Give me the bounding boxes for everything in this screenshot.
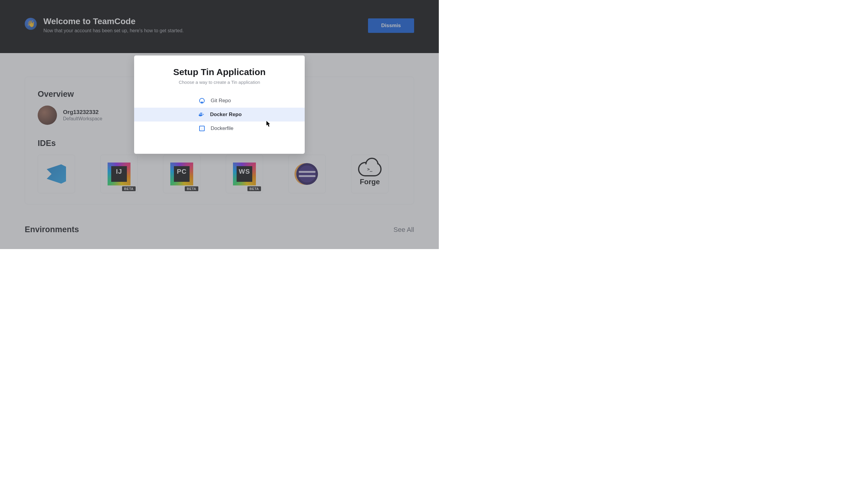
modal-title: Setup Tin Application: [134, 67, 305, 77]
github-icon: [199, 98, 205, 104]
option-docker-repo[interactable]: Docker Repo: [134, 108, 305, 122]
modal-subtitle: Choose a way to create a Tin application: [134, 80, 305, 85]
svg-rect-2: [201, 114, 202, 114]
modal-overlay[interactable]: Setup Tin Application Choose a way to cr…: [0, 0, 439, 249]
svg-rect-0: [199, 114, 200, 114]
modal-options: Git Repo Docker Repo ↓ Dockerfile: [134, 94, 305, 135]
option-label: Docker Repo: [210, 111, 242, 117]
dockerfile-icon: ↓: [199, 125, 205, 132]
svg-rect-3: [200, 113, 201, 114]
setup-tin-modal: Setup Tin Application Choose a way to cr…: [134, 56, 305, 154]
docker-icon: [199, 111, 205, 118]
option-git-repo[interactable]: Git Repo: [134, 94, 305, 108]
svg-rect-4: [201, 113, 202, 114]
option-dockerfile[interactable]: ↓ Dockerfile: [134, 122, 305, 135]
option-label: Dockerfile: [211, 125, 233, 131]
option-label: Git Repo: [211, 98, 231, 104]
svg-rect-1: [200, 114, 201, 114]
